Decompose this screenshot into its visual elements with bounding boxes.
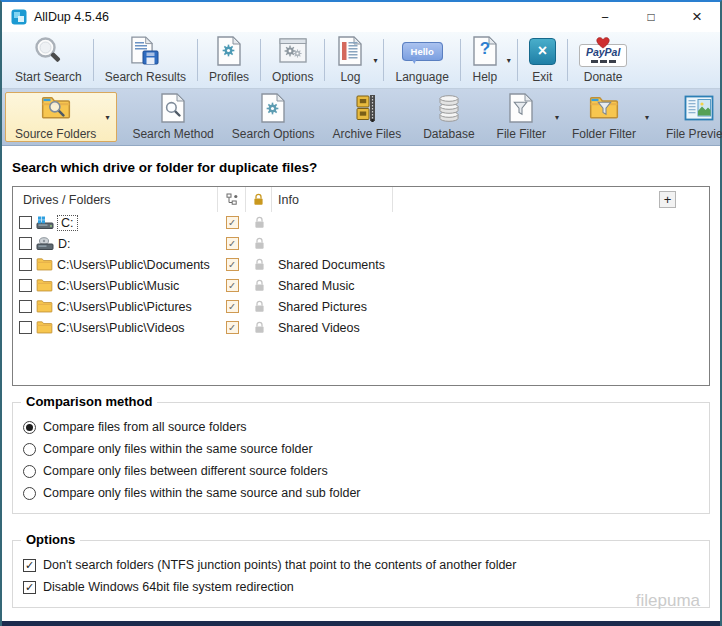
folder-info: Shared Pictures [272,300,367,314]
dropdown-arrow-icon[interactable]: ▾ [373,56,381,65]
checkbox-label: Disable Windows 64bit file system redire… [43,580,294,594]
zip-archive-icon [352,93,382,124]
disc-drive-icon [36,237,54,251]
button-label: Profiles [209,70,249,84]
maximize-button[interactable]: □ [628,2,674,32]
add-column-button[interactable]: + [659,191,676,208]
button-label: Donate [584,70,623,84]
row-checkbox[interactable] [19,237,32,250]
folder-info: Shared Videos [272,321,360,335]
database-tab[interactable]: Database [414,91,483,143]
row-checkbox[interactable] [19,279,32,292]
start-search-button[interactable]: Start Search [6,32,91,88]
cross-glyph: × [538,42,547,60]
folder-row[interactable]: C:\Users\Public\Videos ✓ Shared Videos [13,317,709,338]
recurse-checkbox[interactable]: ✓ [226,300,239,313]
system-drive-icon [36,216,54,230]
options-button[interactable]: Options [263,32,322,88]
dropdown-arrow-icon[interactable]: ▾ [555,113,563,122]
button-label: File Filter [497,127,546,141]
row-checkbox[interactable] [19,321,32,334]
folder-path[interactable]: C:\Users\Public\Pictures [57,300,192,314]
radio-option[interactable]: Compare files from all source folders [23,416,699,438]
minimize-button[interactable]: − [582,2,628,32]
toolbar-separator [197,39,198,81]
close-button[interactable]: × [674,2,720,32]
folder-path[interactable]: D: [58,237,71,251]
title-bar: AllDup 4.5.46 − □ × [2,2,720,32]
gray-padlock-icon[interactable] [254,237,265,250]
exit-button[interactable]: × Exit [520,32,565,88]
checkbox-option[interactable]: ✓ Don't search folders (NTFS junction po… [23,554,699,576]
radio-option[interactable]: Compare only files between different sou… [23,460,699,482]
document-search-icon [159,93,187,124]
button-label: Search Options [232,127,315,141]
folder-row[interactable]: C: ✓ [13,212,709,233]
folder-path[interactable]: C:\Users\Public\Videos [57,321,185,335]
recurse-checkbox[interactable]: ✓ [226,279,239,292]
gray-padlock-icon[interactable] [254,321,265,334]
button-label: Start Search [15,70,82,84]
search-options-tab[interactable]: Search Options [223,91,324,143]
button-label: Source Folders [15,127,96,141]
help-button[interactable]: ? Help ▾ [463,32,515,88]
column-header-folders[interactable]: Drives / Folders [13,187,218,212]
toolbar-separator [93,39,94,81]
dropdown-arrow-icon[interactable]: ▾ [507,56,515,65]
column-header-lock[interactable] [246,187,272,212]
recurse-checkbox[interactable]: ✓ [226,258,239,271]
gray-padlock-icon[interactable] [254,279,265,292]
help-icon: ? [472,36,498,67]
button-label: Help [473,70,498,84]
folder-row[interactable]: C:\Users\Public\Music ✓ Shared Music [13,275,709,296]
column-header-info[interactable]: Info [272,187,393,212]
toolbar-separator [567,39,568,81]
radio-label: Compare only files within the same sourc… [43,442,313,456]
button-label: Search Method [132,127,213,141]
button-label: Log [340,70,360,84]
profiles-icon [215,36,243,67]
toolbar-separator [260,39,261,81]
dropdown-arrow-icon[interactable]: ▾ [645,113,653,122]
folder-path[interactable]: C:\Users\Public\Documents [57,258,210,272]
radio-label: Compare files from all source folders [43,420,247,434]
database-icon [434,93,464,124]
archive-files-tab[interactable]: Archive Files [324,91,411,143]
row-checkbox[interactable] [19,216,32,229]
donate-button[interactable]: PayPal Donate [570,32,636,88]
file-preview-tab[interactable]: File Preview [657,91,722,143]
folder-filter-tab[interactable]: Folder Filter ▾ [563,91,653,143]
folder-row[interactable]: C:\Users\Public\Documents ✓ Shared Docum… [13,254,709,275]
dropdown-arrow-icon[interactable]: ▾ [105,113,113,122]
radio-icon [23,487,36,500]
radio-option[interactable]: Compare only files within the same sourc… [23,482,699,504]
search-method-tab[interactable]: Search Method [123,91,222,143]
recurse-checkbox[interactable]: ✓ [226,321,239,334]
language-button[interactable]: Hello Language [386,32,457,88]
folder-row[interactable]: C:\Users\Public\Pictures ✓ Shared Pictur… [13,296,709,317]
button-label: Options [272,70,313,84]
log-icon [336,36,364,67]
source-folders-tab[interactable]: Source Folders ▾ [5,92,117,142]
log-button[interactable]: Log ▾ [327,32,381,88]
folder-icon [36,258,53,271]
recurse-checkbox[interactable]: ✓ [226,216,239,229]
profiles-button[interactable]: Profiles [200,32,258,88]
gray-padlock-icon[interactable] [254,258,265,271]
page-title: Search which drive or folder for duplica… [12,160,710,175]
column-header-recurse[interactable] [218,187,246,212]
radio-option[interactable]: Compare only files within the same sourc… [23,438,699,460]
folder-row[interactable]: D: ✓ [13,233,709,254]
checkbox-option[interactable]: ✓ Disable Windows 64bit file system redi… [23,576,699,598]
recurse-checkbox[interactable]: ✓ [226,237,239,250]
folder-path[interactable]: C: [58,216,77,230]
folder-path[interactable]: C:\Users\Public\Music [57,279,179,293]
group-title: Comparison method [21,394,157,409]
gray-padlock-icon[interactable] [254,300,265,313]
row-checkbox[interactable] [19,258,32,271]
row-checkbox[interactable] [19,300,32,313]
search-results-button[interactable]: Search Results [96,32,195,88]
gray-padlock-icon[interactable] [254,216,265,229]
gold-padlock-icon [253,193,264,206]
file-filter-tab[interactable]: File Filter ▾ [488,91,563,143]
